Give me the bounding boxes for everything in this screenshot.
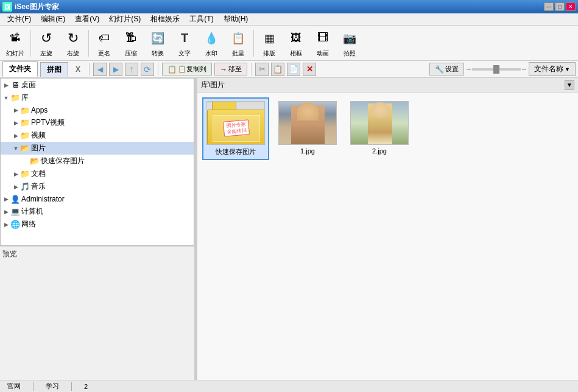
file-item-1jpg[interactable]: 1.jpg <box>274 97 341 160</box>
watermark-label: 水印 <box>205 49 217 58</box>
tree-item-pptv[interactable]: ▶ 📁 PPTV视频 <box>1 116 194 129</box>
settings-label: 设置 <box>445 65 459 74</box>
tree-item-quicksave[interactable]: ▶ 📂 快速保存图片 <box>1 155 194 167</box>
tool-rotate-left[interactable]: ↺ 左旋 <box>33 27 59 60</box>
tool-frame[interactable]: 🖼 相框 <box>283 27 309 60</box>
paste-button[interactable]: 📄 <box>287 63 300 76</box>
quicksave-label: 快速保存图片 <box>41 156 85 166</box>
expand-pptv[interactable]: ▶ <box>12 119 20 127</box>
tool-rename[interactable]: 🏷 更名 <box>91 27 117 60</box>
compress-icon: 🗜 <box>121 29 141 48</box>
settings-icon: 🔧 <box>435 65 444 74</box>
tree-item-pictures[interactable]: ▼ 📂 图片 <box>1 142 194 155</box>
menu-tools[interactable]: 工具(T) <box>185 13 218 26</box>
tool-slideshow[interactable]: 📽 幻灯片 <box>2 27 28 60</box>
administrator-label: Administrator <box>21 195 65 203</box>
tab-folder[interactable]: 文件夹 <box>2 61 38 77</box>
path-bar: 库\图片 ▼ <box>197 78 578 93</box>
text-icon: T <box>175 29 194 48</box>
path-dropdown-button[interactable]: ▼ <box>565 80 574 90</box>
tree-item-video[interactable]: ▶ 📁 视频 <box>1 129 194 142</box>
network-label: 网络 <box>21 219 36 229</box>
rename-icon: 🏷 <box>94 29 114 48</box>
menu-frame[interactable]: 相框娱乐 <box>146 13 185 26</box>
menu-view[interactable]: 查看(V) <box>70 13 104 26</box>
quicksave-icon: 📂 <box>30 156 40 166</box>
settings-button[interactable]: 🔧 设置 <box>429 63 464 75</box>
tool-animation[interactable]: 🎞 动画 <box>310 27 336 60</box>
slider-track[interactable] <box>472 68 521 71</box>
tool-arrange[interactable]: ▦ 排版 <box>256 27 282 60</box>
folder-thumb-shape: 图片专家全能伴侣 <box>207 101 264 145</box>
status-website[interactable]: 官网 <box>5 382 23 391</box>
copy-to-button[interactable]: 📋 📋复制到 <box>162 63 212 75</box>
file-item-2jpg[interactable]: 2.jpg <box>346 97 413 160</box>
file-tree[interactable]: ▶ 🖥 桌面 ▼ 📁 库 ▶ 📁 Apps ▶ 📁 PPTV视频 <box>0 78 194 246</box>
tool-rotate-right[interactable]: ↻ 右旋 <box>60 27 86 60</box>
nav-back-button[interactable]: ◀ <box>93 63 107 76</box>
computer-icon: 💻 <box>10 207 20 217</box>
rotate-left-icon: ↺ <box>37 29 56 48</box>
pictures-label: 图片 <box>31 143 46 153</box>
docs-icon: 📁 <box>20 169 30 179</box>
tree-item-docs[interactable]: ▶ 📁 文档 <box>1 167 194 180</box>
tree-item-desktop[interactable]: ▶ 🖥 桌面 <box>1 79 194 91</box>
close-panel-button[interactable]: X <box>71 65 85 74</box>
tool-batch[interactable]: 📋 批里 <box>225 27 251 60</box>
expand-docs[interactable]: ▶ <box>12 170 20 178</box>
sort-arrow-icon: ▼ <box>565 66 570 72</box>
status-learn[interactable]: 学习 <box>43 382 62 391</box>
delete-button[interactable]: ✕ <box>303 63 316 76</box>
tool-text[interactable]: T 文字 <box>172 27 197 60</box>
compress-label: 压缩 <box>125 49 137 58</box>
tool-photo[interactable]: 📷 拍照 <box>337 27 362 60</box>
tree-item-apps[interactable]: ▶ 📁 Apps <box>1 104 194 116</box>
minimize-button[interactable]: — <box>544 2 554 11</box>
menu-file[interactable]: 文件(F) <box>2 13 36 26</box>
tree-item-network[interactable]: ▶ 🌐 网络 <box>1 218 194 231</box>
text-label: 文字 <box>178 49 191 58</box>
cut-button[interactable]: ✂ <box>255 63 269 76</box>
menu-help[interactable]: 帮助(H) <box>219 13 253 26</box>
expand-music[interactable]: ▶ <box>12 183 20 191</box>
expand-apps[interactable]: ▶ <box>12 106 20 114</box>
tool-watermark[interactable]: 💧 水印 <box>199 27 224 60</box>
copy2-button[interactable]: 📋 <box>271 63 284 76</box>
tool-compress[interactable]: 🗜 压缩 <box>118 27 144 60</box>
file-name-2jpg: 2.jpg <box>372 147 387 155</box>
slider-thumb[interactable] <box>493 65 499 74</box>
close-button[interactable]: ✕ <box>566 2 576 11</box>
rotate-right-icon: ↻ <box>63 29 83 48</box>
nav-forward-button[interactable]: ▶ <box>109 63 122 76</box>
nav-up-button[interactable]: ↑ <box>125 63 138 76</box>
library-icon: 📁 <box>10 93 20 103</box>
tool-convert[interactable]: 🔄 转换 <box>145 27 171 60</box>
menu-bar: 文件(F) 编辑(E) 查看(V) 幻灯片(S) 相框娱乐 工具(T) 帮助(H… <box>0 13 578 26</box>
file-item-quicksave[interactable]: 图片专家全能伴侣 快速保存图片 <box>202 97 269 160</box>
expand-network[interactable]: ▶ <box>2 220 10 229</box>
rename-label: 更名 <box>98 49 110 58</box>
app-icon: 🖼 <box>2 2 12 12</box>
menu-slideshow[interactable]: 幻灯片(S) <box>104 13 146 26</box>
tree-item-library[interactable]: ▼ 📁 库 <box>1 91 194 104</box>
administrator-icon: 👤 <box>10 194 20 204</box>
zoom-slider[interactable]: ─ ─ <box>467 66 526 72</box>
expand-desktop[interactable]: ▶ <box>2 81 10 89</box>
tab-collage[interactable]: 拼图 <box>40 62 68 77</box>
tree-item-administrator[interactable]: ▶ 👤 Administrator <box>1 193 194 205</box>
tree-item-computer[interactable]: ▶ 💻 计算机 <box>1 205 194 218</box>
animation-label: 动画 <box>317 49 329 58</box>
expand-computer[interactable]: ▶ <box>2 208 10 216</box>
sort-button[interactable]: 文件名称 ▼ <box>529 62 576 76</box>
nav-refresh-button[interactable]: ⟳ <box>141 63 154 76</box>
expand-video[interactable]: ▶ <box>12 131 20 140</box>
menu-edit[interactable]: 编辑(E) <box>36 13 70 26</box>
move-to-button[interactable]: → 移至 <box>214 63 247 75</box>
photo-label: 拍照 <box>344 49 356 58</box>
toolbar2-right: 🔧 设置 ─ ─ 文件名称 ▼ <box>429 62 576 76</box>
expand-administrator[interactable]: ▶ <box>2 195 10 203</box>
expand-library[interactable]: ▼ <box>2 94 10 102</box>
maximize-button[interactable]: □ <box>555 2 565 11</box>
tree-item-music[interactable]: ▶ 🎵 音乐 <box>1 180 194 193</box>
expand-pictures[interactable]: ▼ <box>12 144 20 153</box>
